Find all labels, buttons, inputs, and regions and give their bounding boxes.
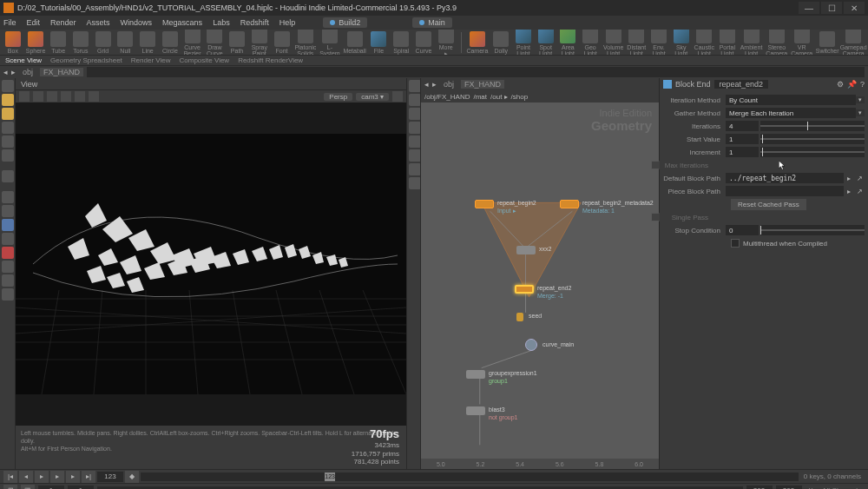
close-button[interactable]: ✕ xyxy=(844,2,865,14)
rt-btn-5[interactable] xyxy=(409,135,421,148)
field-default-path[interactable]: ../repeat_begin2 xyxy=(726,173,844,183)
tab-render-view[interactable]: Render View xyxy=(131,56,171,64)
param-name[interactable]: repeat_end2 xyxy=(714,80,769,89)
shelf-file[interactable]: File xyxy=(370,31,389,54)
timeline-track[interactable]: 123 xyxy=(141,472,799,481)
first-frame-button[interactable]: |◂ xyxy=(3,471,17,483)
menu-windows[interactable]: Windows xyxy=(121,18,153,27)
last-frame-button[interactable]: ▸| xyxy=(82,471,95,483)
persp-dropdown[interactable]: Persp xyxy=(324,93,352,101)
shelf-sky-light[interactable]: Sky Light xyxy=(672,30,691,56)
prev-frame-button[interactable]: ◂ xyxy=(19,471,33,483)
dropdown-icon[interactable]: ▾ xyxy=(856,96,865,103)
shelf-platonic-solids[interactable]: Platonic Solids xyxy=(294,30,316,56)
tool-snap1[interactable] xyxy=(2,191,14,203)
vt-btn-5[interactable] xyxy=(75,91,85,102)
net-path-obj[interactable]: obj xyxy=(440,80,457,89)
net-path-fx[interactable]: FX_HAND xyxy=(461,80,504,89)
menu-help[interactable]: Help xyxy=(279,18,296,27)
shelf-path[interactable]: Path xyxy=(227,31,247,54)
path-fwd-icon[interactable]: ▸ xyxy=(11,68,16,76)
crumb-3[interactable]: /out ▸ xyxy=(490,93,508,101)
shelf-grid[interactable]: Grid xyxy=(94,31,113,54)
tool-snap4[interactable] xyxy=(2,233,14,245)
tool-grid[interactable] xyxy=(2,261,14,273)
shelf-spray-paint[interactable]: Spray Paint xyxy=(250,30,269,56)
key-button[interactable]: ◆ xyxy=(125,471,139,483)
shelf-null[interactable]: Null xyxy=(116,31,135,54)
display-flag-icon[interactable] xyxy=(663,80,672,89)
shelf-torus[interactable]: Torus xyxy=(71,31,90,54)
tab-scene-view[interactable]: Scene View xyxy=(5,56,42,64)
tab-composite-view[interactable]: Composite View xyxy=(179,56,229,64)
node-curve-main[interactable]: curve_main xyxy=(525,339,537,351)
viewport-3d[interactable] xyxy=(16,102,406,426)
tool-arrow[interactable] xyxy=(2,170,14,182)
shelf-box[interactable]: Box xyxy=(3,31,23,54)
vt-btn-3[interactable] xyxy=(47,91,57,102)
menu-edit[interactable]: Edit xyxy=(27,18,41,27)
shelf-spot-light[interactable]: Spot Light xyxy=(536,30,556,56)
shelf-switcher[interactable]: Switcher xyxy=(816,31,838,54)
range-btn-2[interactable]: ▦ xyxy=(21,485,35,490)
menu-redshift[interactable]: Redshift xyxy=(240,18,269,27)
rt-btn-2[interactable] xyxy=(409,94,421,106)
shelf-tube[interactable]: Tube xyxy=(49,31,68,54)
op-chooser-icon[interactable]: ▸ xyxy=(844,188,854,195)
slider-iterations[interactable] xyxy=(760,121,865,131)
slider-start[interactable] xyxy=(760,134,865,144)
shelf-more-▸[interactable]: More ▸ xyxy=(437,30,456,56)
shelf-camera[interactable]: Camera xyxy=(466,31,488,54)
field-increment[interactable]: 1 xyxy=(726,147,759,157)
shelf-circle[interactable]: Circle xyxy=(161,31,180,54)
chk-max-iter[interactable] xyxy=(651,161,660,169)
node-repeat-begin2[interactable]: repeat_begin2 Input ▸ xyxy=(475,200,494,208)
node-seed[interactable]: seed xyxy=(516,313,523,321)
range-track[interactable] xyxy=(97,486,743,490)
tool-snap3[interactable] xyxy=(2,219,14,231)
jump-icon[interactable]: ↗ xyxy=(854,188,865,195)
node-repeat-begin2-metadata[interactable]: repeat_begin2_metadata2 Metadata: 1 xyxy=(560,200,579,208)
slider-stop[interactable] xyxy=(760,225,865,235)
op-chooser-icon[interactable]: ▸ xyxy=(844,175,854,182)
rt-btn-4[interactable] xyxy=(409,122,421,134)
shelf-spiral[interactable]: Spiral xyxy=(391,31,411,54)
menu-file[interactable]: File xyxy=(3,18,16,27)
shelf-point-light[interactable]: Point Light xyxy=(514,30,533,56)
tab-geo-spreadsheet[interactable]: Geometry Spreadsheet xyxy=(50,56,122,64)
tool-move[interactable] xyxy=(2,122,14,134)
rt-btn-3[interactable] xyxy=(409,108,421,120)
rt-btn-1[interactable] xyxy=(409,80,421,92)
tool-x[interactable] xyxy=(2,274,14,287)
rt-btn-7[interactable] xyxy=(409,163,421,175)
vt-btn-2[interactable] xyxy=(33,91,43,102)
end1[interactable]: 260 xyxy=(746,486,773,490)
shelf-env.-light[interactable]: Env. Light xyxy=(649,30,668,56)
shelf-sphere[interactable]: Sphere xyxy=(26,31,46,54)
cam-dropdown[interactable]: cam3 ▾ xyxy=(356,93,389,101)
pin-icon[interactable]: 📌 xyxy=(847,80,857,89)
maximize-button[interactable]: ☐ xyxy=(821,2,842,14)
rt-btn-6[interactable] xyxy=(409,149,421,162)
shelf-volume-light[interactable]: Volume Light xyxy=(603,30,623,56)
shelf-portal-light[interactable]: Portal Light xyxy=(718,30,737,56)
menu-assets[interactable]: Assets xyxy=(87,18,110,27)
menu-labs[interactable]: Labs xyxy=(213,18,230,27)
main-pill[interactable]: Main xyxy=(412,17,452,28)
build-pill[interactable]: Build2 xyxy=(323,17,367,28)
current-frame[interactable]: 123 xyxy=(97,472,123,482)
reset-cached-button[interactable]: Reset Cached Pass xyxy=(731,199,806,210)
slider-increment[interactable] xyxy=(760,147,865,157)
shelf-curve-bezier[interactable]: Curve Bezier xyxy=(183,30,202,56)
chk-multithread[interactable] xyxy=(731,239,740,248)
shelf-l-system[interactable]: L-System xyxy=(319,30,339,56)
tool-lasso[interactable] xyxy=(2,94,14,106)
path-input[interactable] xyxy=(87,67,865,77)
help-icon[interactable]: ? xyxy=(860,80,865,89)
path-back-icon[interactable]: ◂ xyxy=(3,68,8,76)
field-start[interactable]: 1 xyxy=(726,134,759,144)
tool-scale[interactable] xyxy=(2,149,14,162)
shelf-draw-curve[interactable]: Draw Curve xyxy=(205,30,224,56)
crumb-2[interactable]: /mat xyxy=(473,93,487,101)
tab-redshift-view[interactable]: Redshift RenderView xyxy=(238,56,303,64)
